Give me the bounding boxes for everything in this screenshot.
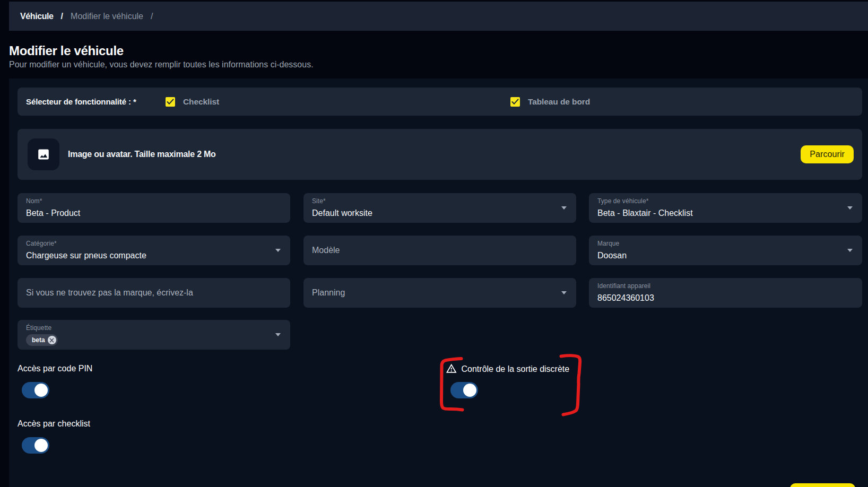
breadcrumb-item-vehicule[interactable]: Véhicule xyxy=(20,12,54,21)
identifiant-field[interactable]: Identifiant appareil 865024360103 xyxy=(589,278,862,308)
toggle-knob xyxy=(34,439,48,452)
save-button[interactable] xyxy=(790,483,855,487)
marque-libre-field[interactable]: Si vous ne trouvez pas la marque, écrive… xyxy=(18,278,290,308)
site-select[interactable]: Site* Default worksite xyxy=(303,193,576,223)
etiquette-select[interactable]: Étiquette beta xyxy=(18,320,290,350)
breadcrumb-separator: / xyxy=(61,12,63,21)
checklist-checkbox-label: Checklist xyxy=(183,97,219,107)
toggle-knob xyxy=(463,384,476,397)
tableau-de-bord-checkbox-label: Tableau de bord xyxy=(528,97,590,107)
check-icon xyxy=(167,99,174,105)
marque-value: Doosan xyxy=(597,251,627,260)
breadcrumb: Véhicule / Modifier le véhicule / xyxy=(9,2,868,31)
nom-value: Beta - Product xyxy=(26,208,80,218)
marque-label: Marque xyxy=(597,240,619,247)
image-icon xyxy=(38,149,49,160)
chevron-down-icon xyxy=(847,206,853,210)
type-vehicule-select[interactable]: Type de véhicule* Beta - Blaxtair - Chec… xyxy=(589,193,862,223)
categorie-value: Chargeuse sur pneus compacte xyxy=(26,251,146,260)
browse-button[interactable]: Parcourir xyxy=(801,145,854,163)
identifiant-label: Identifiant appareil xyxy=(597,282,650,290)
modele-placeholder: Modèle xyxy=(312,236,340,265)
toggle-knob xyxy=(34,384,48,397)
chevron-down-icon xyxy=(275,333,281,336)
identifiant-value: 865024360103 xyxy=(597,293,654,303)
checklist-checkbox[interactable] xyxy=(166,97,175,107)
avatar-placeholder xyxy=(28,138,59,170)
site-label: Site* xyxy=(312,197,326,205)
acces-pin-label: Accès par code PIN xyxy=(18,364,92,373)
chevron-down-icon xyxy=(275,249,281,252)
feature-selector-panel: Sélecteur de fonctionnalité : * Checklis… xyxy=(18,88,862,116)
etiquette-chip: beta xyxy=(26,334,58,346)
chevron-down-icon xyxy=(847,249,853,252)
marque-libre-placeholder: Si vous ne trouvez pas la marque, écrive… xyxy=(26,278,193,308)
warning-icon xyxy=(446,363,457,375)
chevron-down-icon xyxy=(561,206,567,210)
type-vehicule-label: Type de véhicule* xyxy=(597,197,648,205)
image-upload-panel: Image ou avatar. Taille maximale 2 Mo Pa… xyxy=(18,129,862,180)
modele-field[interactable]: Modèle xyxy=(303,236,576,265)
tableau-de-bord-checkbox[interactable] xyxy=(510,97,520,107)
etiquette-label: Étiquette xyxy=(26,324,51,332)
controle-sortie-row: Contrôle de la sortie discrète xyxy=(446,364,569,375)
acces-pin-toggle[interactable] xyxy=(22,382,49,398)
chip-remove-icon[interactable] xyxy=(48,336,56,344)
breadcrumb-item-modifier[interactable]: Modifier le véhicule xyxy=(71,12,143,21)
categorie-select[interactable]: Catégorie* Chargeuse sur pneus compacte xyxy=(18,236,290,265)
nom-label: Nom* xyxy=(26,197,42,205)
feature-selector-label: Sélecteur de fonctionnalité : * xyxy=(26,88,136,116)
marque-select[interactable]: Marque Doosan xyxy=(589,236,862,265)
image-upload-hint: Image ou avatar. Taille maximale 2 Mo xyxy=(68,129,216,180)
controle-sortie-label: Contrôle de la sortie discrète xyxy=(462,364,570,373)
check-icon xyxy=(511,99,519,105)
nom-field[interactable]: Nom* Beta - Product xyxy=(18,193,290,223)
planning-select[interactable]: Planning xyxy=(303,278,576,308)
tableau-de-bord-option: Tableau de bord xyxy=(510,88,590,116)
site-value: Default worksite xyxy=(312,208,372,218)
checklist-option: Checklist xyxy=(166,88,219,116)
breadcrumb-separator: / xyxy=(151,12,153,21)
page-subtitle: Pour modifier un véhicule, vous devez re… xyxy=(9,60,314,69)
controle-sortie-toggle[interactable] xyxy=(450,382,478,398)
page-title: Modifier le véhicule xyxy=(9,44,124,58)
type-vehicule-value: Beta - Blaxtair - Checklist xyxy=(597,208,693,218)
planning-placeholder: Planning xyxy=(312,278,345,308)
x-icon xyxy=(49,338,54,343)
etiquette-chip-text: beta xyxy=(32,336,45,344)
acces-checklist-label: Accès par checklist xyxy=(18,419,90,429)
acces-checklist-toggle[interactable] xyxy=(22,437,49,454)
chevron-down-icon xyxy=(561,291,567,294)
categorie-label: Catégorie* xyxy=(26,240,57,247)
